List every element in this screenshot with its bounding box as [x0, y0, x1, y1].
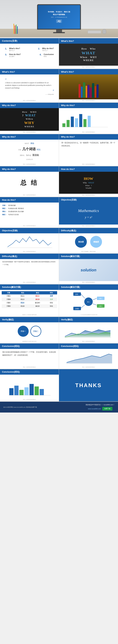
- bookshelf-bar: What's this?: [59, 69, 118, 74]
- svg-line-21: [93, 304, 97, 305]
- footer-slide: 由XCAI制作网站 www.SuCai999.com 更多精品免费下载 更多精品…: [0, 402, 118, 412]
- header-slide: 学术报告、毕业设计、商务汇报 简洁大气通用模板 适用于：PPT简单模板素材基本元…: [0, 0, 118, 38]
- quote-bar: What's this?: [0, 69, 59, 74]
- slide-footnote: 单击一处添加演讲者备注: [59, 281, 118, 284]
- diff-text-bar: Difficulty(难点): [0, 254, 59, 259]
- conc-blank-bar: Conclusion(结论): [59, 344, 118, 349]
- sol-flow-bar: Solution(解决方案): [59, 284, 118, 290]
- svg-rect-6: [88, 116, 91, 127]
- how-list-bar: How do this?: [0, 197, 59, 202]
- slide-footnote: 单击一处添加演讲者备注: [0, 224, 59, 228]
- big-chinese-text: 总 结: [17, 175, 42, 190]
- slide-objective-math: Objective(目标) Mathematics y = x² 单击一处添加演…: [59, 197, 118, 228]
- verify-circles-body: 方法一 方法二: [0, 322, 59, 340]
- row-conclusion-thanks: Conclusion(结论) 单击一处添加演讲者备注 THANKS: [0, 369, 118, 401]
- slide-verify-area: Verify(验证) 单击: [59, 317, 118, 343]
- slide-footnote: 单击一处添加演讲者备注: [0, 366, 59, 369]
- why-chalk-bar: Why do this?: [0, 103, 59, 108]
- slide-footnote: 单击一处添加演讲者备注: [0, 194, 59, 197]
- contents-bar: Contents(目录): [0, 38, 59, 44]
- table-row: 方案A 优点1 缺点A 选择: [2, 294, 57, 298]
- slide-bar-chart: Why do this? 单击一处添加演讲者备注: [59, 103, 118, 134]
- svg-rect-5: [83, 119, 86, 127]
- table-row: 方案B 优点2 缺点B 选择: [2, 298, 57, 301]
- slide-whats-this-chalk: What's this? How Who WHAT When WHY WHERE…: [59, 38, 118, 69]
- slide-sol-flow: Solution(解决方案) 核心 步骤一 步骤二 步骤三 步骤四: [59, 284, 118, 316]
- verify-circles: 方法一 方法二: [0, 322, 59, 340]
- bar-chart-svg: [61, 110, 111, 128]
- slide-sol-table: Solution(解决方案) 方案 优点 缺点 结论 方案A 优点1 缺点A: [0, 284, 59, 316]
- svg-rect-4: [79, 114, 82, 127]
- table-row: 方案D 优点D 缺点D 结论: [2, 304, 57, 308]
- method-2-circle: 方法二: [30, 326, 41, 337]
- math-content: Mathematics y = x²: [78, 208, 99, 220]
- footer-right-text: 更多精品PPT资源尽在——sucai999.com！: [86, 404, 115, 406]
- slide-footnote: 根据两种方法进行验证对比: [0, 340, 59, 343]
- how-chalkboard: HOW Who WHAT When ? WheRE: [59, 172, 118, 194]
- slide-footnote: 两方不能兼顾，要进行权衡: [59, 250, 118, 253]
- slide-footnote: 一个方向表示的两种方法各有千秋: [59, 314, 118, 316]
- obj-list: 目标： 找到最优解 限定： 约束最多余量 局部最优 算法： 优化数据结构 找次优…: [0, 202, 59, 218]
- sol-img-bar: Solution(解决方案): [59, 254, 118, 259]
- slide-quote: What's this? " A thesis is a document su…: [0, 69, 59, 102]
- solution-img-area: solution: [59, 259, 118, 281]
- svg-rect-31: [24, 387, 29, 395]
- table-row: 方案C 优点C 缺点BC 结论: [2, 301, 57, 304]
- monitor-logo: JQ: [56, 20, 62, 23]
- area-chart-svg: [63, 323, 114, 340]
- row-why-1: Why do this? How WHO ? WHAT WHen WHY WHE…: [0, 103, 118, 134]
- sol-table-body: 方案 优点 缺点 结论 方案A 优点1 缺点A 选择 方案B: [0, 290, 59, 314]
- svg-text:步骤四: 步骤四: [75, 308, 79, 310]
- verify-area-bar: Verify(验证): [59, 317, 118, 322]
- svg-rect-0: [62, 123, 65, 127]
- slide-footnote: 单击一处添加演讲者备注: [59, 340, 118, 343]
- how-chalk-content: HOW Who WHAT When ? WheRE: [83, 176, 94, 189]
- diff-circles-body: 复杂度 精确度: [59, 233, 118, 250]
- footer-left: 由XCAI制作网站 www.SuCai999.com 更多精品免费下载: [3, 406, 37, 408]
- slide-footnote: 单击一处添加演讲者备注: [0, 398, 59, 401]
- zj-bar: Why do this?: [0, 166, 59, 172]
- wave-chart: [4, 233, 55, 250]
- conc-text-body: 我们在复杂度和精确度之间找到了一个平衡，并且使用方案A。在保证精确度的情况下，进…: [0, 349, 59, 366]
- row-obj-diff: Objective(目标) 单击一处添加演讲者备注 Difficulty(难点)…: [0, 228, 118, 253]
- circle-jingque: 精确度: [90, 236, 102, 248]
- verify-circles-bar: Verify(验证): [0, 317, 59, 322]
- verify-area-body: [59, 322, 118, 340]
- method-1-circle: 方法一: [18, 326, 29, 337]
- slide-how-chalk: How do this? HOW Who WHAT When ? WheRE 单…: [59, 166, 118, 197]
- svg-text:核心: 核心: [87, 301, 90, 303]
- slide-footnote: 根据以上分析做出最终选择: [0, 314, 59, 316]
- summary-body: 用一段话来总结为什么。但一般都用一句话来总结。如果有可能，用一个词语来总结。: [59, 140, 118, 163]
- whats-this-bar: What's this?: [59, 38, 118, 44]
- quote-block: " A thesis is a document submitted in su…: [3, 76, 56, 97]
- math-area: Mathematics y = x²: [59, 202, 118, 224]
- circles-area: 复杂度 精确度: [59, 233, 118, 250]
- how-chalk-bar: How do this?: [59, 166, 118, 172]
- slide-footnote: [0, 67, 59, 69]
- wordcloud-body: 有利于 网络 分析 几个词语 对比 国际化 为什么 百分比 的摘要效果: [0, 140, 59, 163]
- obj-list-body: 目标： 找到最优解 限定： 约束最多余量 局部最优 算法： 优化数据结构 找次优…: [0, 202, 59, 224]
- bookshelf-img: [59, 74, 118, 99]
- row-how-obj: How do this? 目标： 找到最优解 限定： 约束最多余量 局部最优 算…: [0, 197, 118, 228]
- conc-chart-bar: Conclusion(结论): [0, 369, 59, 374]
- slide-zong-jie: Why do this? 总 结 单击一处添加演讲者备注: [0, 166, 59, 197]
- slide-diff-text: Difficulty(难点) 复杂度和精确度一般不可能同时达到最优。因此需要在复…: [0, 254, 59, 284]
- circle-fuza: 复杂度: [75, 236, 87, 248]
- svg-rect-29: [14, 386, 18, 395]
- slide-solution-img: Solution(解决方案) solution 单击一处添加演讲者备注: [59, 254, 118, 284]
- slide-word-cloud: Why do this? 有利于 网络 分析 几个词语 对比 国际化 为什么 百…: [0, 134, 59, 166]
- download-button[interactable]: 免费下载: [102, 407, 113, 410]
- svg-line-19: [81, 294, 85, 298]
- svg-rect-28: [9, 388, 13, 395]
- footer-url: www.sucai999.com: [88, 408, 101, 410]
- wave-area: [0, 233, 59, 250]
- slide-conclusion-blank: Conclusion(结论) 单击一处添加演讲者备注: [59, 344, 118, 369]
- slide-footnote: 单击一处添加演讲者备注: [59, 131, 118, 134]
- svg-line-20: [93, 298, 97, 300]
- slide-obj-wave: Objective(目标) 单击一处添加演讲者备注: [0, 228, 59, 253]
- slide-footnote: 单击一处添加演讲者备注: [59, 66, 118, 69]
- conc-chart-body: [0, 374, 59, 398]
- slide-footnote: 单击一处添加演讲者备注: [59, 224, 118, 228]
- conc-blank-chart: [65, 349, 112, 366]
- bar-chart-area: [59, 108, 118, 131]
